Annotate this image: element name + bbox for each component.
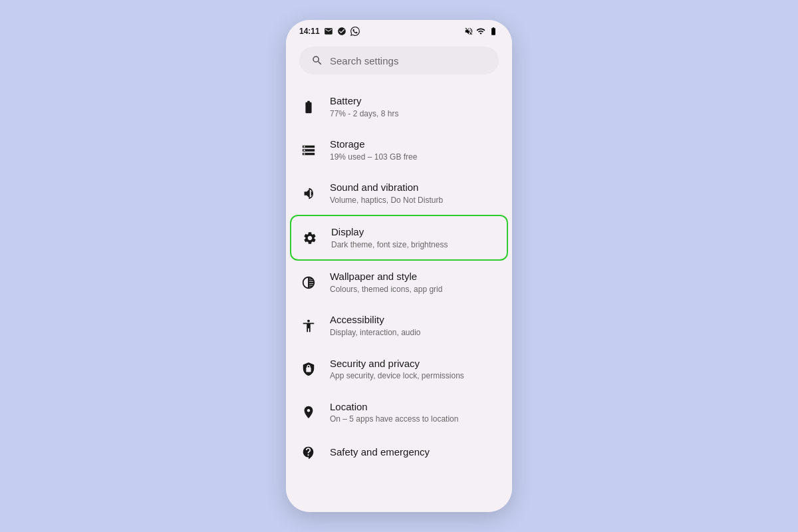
wallpaper-title: Wallpaper and style	[330, 270, 442, 283]
storage-subtitle: 19% used – 103 GB free	[330, 152, 417, 163]
safety-title: Safety and emergency	[330, 446, 430, 459]
search-bar-wrapper: Search settings	[286, 40, 512, 85]
location-subtitle: On – 5 apps have access to location	[330, 414, 458, 425]
battery-icon	[488, 27, 499, 36]
settings-item-safety[interactable]: Safety and emergency	[286, 434, 512, 471]
sound-setting-icon	[299, 184, 318, 203]
sound-subtitle: Volume, haptics, Do Not Disturb	[330, 196, 443, 206]
safety-text: Safety and emergency	[330, 446, 430, 460]
accessibility-text: Accessibility Display, interaction, audi…	[330, 313, 421, 338]
battery-setting-icon	[299, 98, 318, 116]
task-icon	[337, 27, 346, 36]
security-setting-icon	[299, 360, 318, 378]
settings-item-accessibility[interactable]: Accessibility Display, interaction, audi…	[286, 304, 512, 347]
settings-item-storage[interactable]: Storage 19% used – 103 GB free	[286, 128, 512, 172]
security-text: Security and privacy App security, devic…	[330, 357, 464, 382]
settings-list: Battery 77% - 2 days, 8 hrs Storage 19% …	[286, 85, 512, 512]
accessibility-subtitle: Display, interaction, audio	[330, 328, 421, 338]
accessibility-setting-icon	[299, 317, 318, 335]
security-title: Security and privacy	[330, 357, 464, 370]
location-text: Location On – 5 apps have access to loca…	[330, 400, 458, 425]
status-right-icons	[464, 27, 499, 36]
wallpaper-setting-icon	[299, 273, 318, 292]
sound-title: Sound and vibration	[330, 181, 443, 194]
display-text: Display Dark theme, font size, brightnes…	[331, 225, 448, 250]
accessibility-title: Accessibility	[330, 313, 421, 327]
storage-title: Storage	[330, 138, 417, 151]
settings-item-location[interactable]: Location On – 5 apps have access to loca…	[286, 391, 512, 434]
battery-subtitle: 77% - 2 days, 8 hrs	[330, 109, 398, 120]
storage-text: Storage 19% used – 103 GB free	[330, 138, 417, 162]
location-setting-icon	[299, 403, 318, 422]
search-icon	[311, 55, 323, 66]
safety-setting-icon	[299, 444, 318, 462]
settings-item-sound[interactable]: Sound and vibration Volume, haptics, Do …	[286, 172, 512, 215]
status-time-area: 14:11	[299, 27, 360, 36]
settings-item-wallpaper[interactable]: Wallpaper and style Colours, themed icon…	[286, 261, 512, 304]
whatsapp-icon	[350, 27, 360, 36]
wifi-icon	[476, 27, 485, 36]
display-title: Display	[331, 225, 448, 239]
phone-frame: 14:11 Search settings	[286, 20, 512, 512]
wallpaper-subtitle: Colours, themed icons, app grid	[330, 285, 442, 295]
mail-icon	[324, 27, 333, 36]
status-bar: 14:11	[286, 20, 512, 40]
search-bar[interactable]: Search settings	[299, 47, 499, 74]
settings-item-display[interactable]: Display Dark theme, font size, brightnes…	[290, 215, 508, 261]
wallpaper-text: Wallpaper and style Colours, themed icon…	[330, 270, 442, 295]
status-time: 14:11	[299, 27, 320, 36]
storage-setting-icon	[299, 141, 318, 160]
settings-item-security[interactable]: Security and privacy App security, devic…	[286, 348, 512, 391]
search-placeholder: Search settings	[330, 55, 398, 66]
security-subtitle: App security, device lock, permissions	[330, 371, 464, 382]
display-setting-icon	[301, 229, 319, 247]
settings-item-battery[interactable]: Battery 77% - 2 days, 8 hrs	[286, 85, 512, 128]
sound-text: Sound and vibration Volume, haptics, Do …	[330, 181, 443, 205]
mute-icon	[464, 27, 473, 36]
battery-title: Battery	[330, 94, 398, 108]
location-title: Location	[330, 400, 458, 414]
battery-text: Battery 77% - 2 days, 8 hrs	[330, 94, 398, 119]
display-subtitle: Dark theme, font size, brightness	[331, 240, 448, 251]
